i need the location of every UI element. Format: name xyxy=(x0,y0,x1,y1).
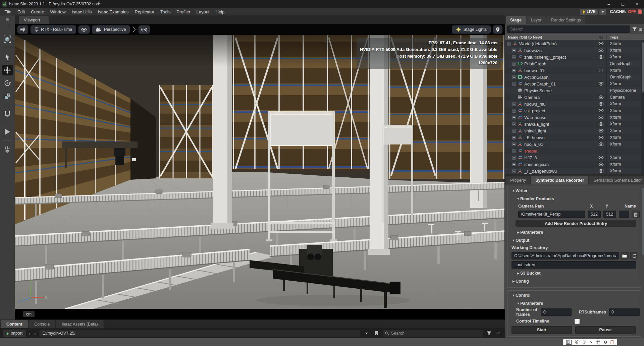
eye-icon[interactable] xyxy=(598,156,604,160)
stage-scrollbar-thumb[interactable] xyxy=(642,42,644,93)
tab-isaac-assets-beta[interactable]: Isaac Assets (Beta) xyxy=(56,320,104,328)
stage-row-hj7-8[interactable]: + HJ7_8 Xform xyxy=(505,154,644,161)
delete-render-product-button[interactable] xyxy=(632,211,640,218)
stage-options-icon[interactable]: ≡ xyxy=(639,26,642,32)
visibility-cell[interactable] xyxy=(595,94,606,101)
menu-item-replicator[interactable]: Replicator xyxy=(131,8,157,15)
s3-bucket-section[interactable]: S3 Bucket xyxy=(520,271,540,276)
stage-row-f-huowu[interactable]: + _F_huowu Xform xyxy=(505,134,644,141)
menu-item-help[interactable]: Help xyxy=(213,8,228,15)
content-options-icon[interactable]: ≡ xyxy=(495,330,502,337)
ime-item-4[interactable]: 简 xyxy=(596,339,600,345)
render-product-name-input[interactable] xyxy=(619,211,629,218)
ime-item-5[interactable]: ⚙ xyxy=(603,340,607,345)
tab-render-settings[interactable]: Render Settings xyxy=(546,16,585,24)
viewport-settings-button[interactable] xyxy=(17,25,28,34)
eye-icon[interactable] xyxy=(598,115,604,119)
tool-scale-button[interactable] xyxy=(2,91,13,102)
menu-item-create[interactable]: Create xyxy=(28,8,47,15)
tab-semantics-schema-editor[interactable]: Semantics Schema Editor xyxy=(589,176,644,184)
path-dropdown-button[interactable] xyxy=(363,330,370,337)
visibility-cell[interactable] xyxy=(595,148,606,154)
import-button[interactable]: + Import xyxy=(3,330,26,337)
output-section[interactable]: Output xyxy=(516,238,529,243)
tool-move-button[interactable] xyxy=(2,65,13,75)
tab-stage[interactable]: Stage xyxy=(506,16,526,24)
pause-button[interactable]: Pause xyxy=(575,326,636,334)
camera-path-input[interactable] xyxy=(518,211,585,218)
expander-plus-icon[interactable]: + xyxy=(512,163,516,166)
collapse-arrow-icon[interactable]: ▼ xyxy=(512,294,516,297)
visibility-cell[interactable] xyxy=(595,74,606,80)
cache-document-icon[interactable] xyxy=(638,9,642,14)
expander-plus-icon[interactable]: + xyxy=(512,82,516,86)
stage-row-shusongxian[interactable]: + shusongxian Xform xyxy=(505,161,644,168)
tool-snap-magnet-button[interactable] xyxy=(2,109,13,119)
rtsubframes-input[interactable] xyxy=(609,308,640,316)
expander-plus-icon[interactable]: + xyxy=(512,75,516,79)
menu-item-file[interactable]: File xyxy=(1,8,14,15)
parameters-section[interactable]: Parameters xyxy=(520,230,543,235)
waypoint-pin-button[interactable] xyxy=(493,25,502,34)
panel-menu-icon[interactable]: ≡≡ xyxy=(6,17,9,26)
eye-icon[interactable] xyxy=(598,129,604,133)
renderer-selector[interactable]: RTX - Real-Time xyxy=(31,25,76,34)
stage-row-shebei[interactable]: + shebei xyxy=(505,148,644,154)
tool-rotate-button[interactable] xyxy=(2,78,13,89)
stage-row-physicsscene[interactable]: PhysicsScene PhysicsScene xyxy=(505,87,644,94)
menu-item-window[interactable]: Window xyxy=(47,8,68,15)
visibility-cell[interactable] xyxy=(595,107,606,114)
visibility-cell[interactable] xyxy=(595,168,606,174)
expander-plus-icon[interactable]: + xyxy=(512,55,516,59)
y-resolution-input[interactable] xyxy=(603,211,616,218)
live-sync-button[interactable]: LIVE xyxy=(580,9,598,15)
type-column-header[interactable]: Type xyxy=(606,35,641,39)
menu-item-tools[interactable]: Tools xyxy=(157,8,173,15)
collapse-arrow-icon[interactable]: ▶ xyxy=(516,231,520,234)
render-products-section[interactable]: Render Products xyxy=(520,196,554,201)
expander-plus-icon[interactable]: + xyxy=(512,129,516,133)
tab-layer[interactable]: Layer xyxy=(527,16,546,24)
stage-row-actiongraph-01[interactable]: + ActionGraph_01 Xform xyxy=(505,80,644,87)
tab-console[interactable]: Console xyxy=(29,320,55,328)
visibility-cell[interactable] xyxy=(595,47,606,54)
tab-content[interactable]: Content xyxy=(1,320,28,328)
tool-frame-select-button[interactable] xyxy=(2,34,13,45)
expander-plus-icon[interactable]: + xyxy=(512,136,516,139)
visibility-cell[interactable] xyxy=(595,114,606,121)
collapse-arrow-icon[interactable]: ▼ xyxy=(516,302,520,305)
expander-plus-icon[interactable]: + xyxy=(512,49,516,52)
expander-plus-icon[interactable]: + xyxy=(512,62,516,66)
visibility-cell[interactable] xyxy=(595,67,606,74)
add-render-product-button[interactable]: Add New Render Product Entry xyxy=(516,220,636,227)
content-path-input[interactable] xyxy=(39,330,361,337)
close-button[interactable]: × xyxy=(630,0,644,8)
expander-plus-icon[interactable]: + xyxy=(512,109,516,113)
output-folder-name-input[interactable] xyxy=(512,261,636,269)
eye-icon[interactable] xyxy=(598,142,604,146)
tool-physics-gravity-button[interactable] xyxy=(2,144,13,155)
config-section[interactable]: Config xyxy=(516,279,529,284)
collapse-arrow-icon[interactable]: ▼ xyxy=(512,189,516,192)
ime-item-2[interactable]: ☽ xyxy=(582,340,586,345)
content-search-box[interactable]: Search xyxy=(382,330,483,337)
ime-item-3[interactable]: ヽ xyxy=(589,339,593,345)
minimize-button[interactable]: – xyxy=(602,0,616,8)
stage-row-shiwaia-light[interactable]: + shiwaia_light Xform xyxy=(505,121,644,127)
refresh-icon-button[interactable] xyxy=(630,252,638,260)
stage-row-camera[interactable]: Camera Camera xyxy=(505,94,644,101)
tab-viewport[interactable]: Viewport xyxy=(19,16,49,24)
menu-item-profiler[interactable]: Profiler xyxy=(173,8,193,15)
ime-toolbar[interactable]: 拼英☽ヽ简⚙ xyxy=(563,339,617,345)
expander-minus-icon[interactable]: − xyxy=(507,42,511,46)
eye-icon[interactable] xyxy=(598,162,604,166)
stage-row-world-defaultprim[interactable]: − World (defaultPrim) Xform xyxy=(505,40,644,47)
expander-plus-icon[interactable]: + xyxy=(512,156,516,160)
control-timeline-checkbox[interactable] xyxy=(575,319,580,324)
control-parameters-section[interactable]: Parameters xyxy=(520,301,543,306)
collapse-arrow-icon[interactable]: ▶ xyxy=(516,272,520,275)
eye-icon[interactable] xyxy=(598,55,604,59)
visibility-column-header[interactable] xyxy=(595,36,606,39)
eye-icon[interactable] xyxy=(598,122,604,126)
eye-icon[interactable] xyxy=(598,169,604,173)
